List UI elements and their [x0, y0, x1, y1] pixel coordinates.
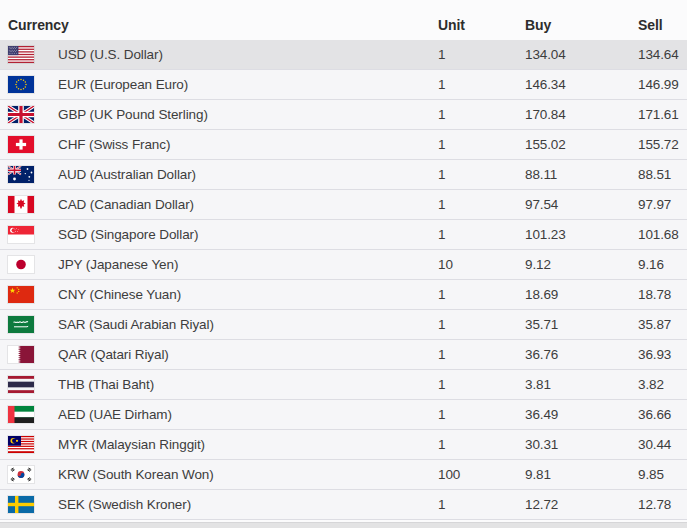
cad-flag-icon [8, 196, 34, 213]
table-row-thb[interactable]: THB (Thai Baht)13.813.82 [0, 370, 687, 400]
currency-cell: EUR (European Euro) [0, 76, 438, 93]
unit-value: 1 [438, 437, 525, 452]
qar-flag-icon [8, 346, 34, 363]
table-row-sar[interactable]: SAR (Saudi Arabian Riyal)135.7135.87 [0, 310, 687, 340]
jpy-flag-icon [8, 256, 34, 273]
buy-value: 36.76 [525, 347, 638, 362]
table-row-aud[interactable]: AUD (Australian Dollar)188.1188.51 [0, 160, 687, 190]
sell-value: 30.44 [638, 437, 687, 452]
currency-cell: KRW (South Korean Won) [0, 466, 438, 483]
thb-flag-icon [8, 376, 34, 393]
cny-flag-icon [8, 286, 34, 303]
sgd-flag-icon [8, 226, 34, 243]
currency-label: MYR (Malaysian Ringgit) [58, 437, 205, 452]
table-row-krw[interactable]: KRW (South Korean Won)1009.819.85 [0, 460, 687, 490]
sell-value: 35.87 [638, 317, 687, 332]
table-row-qar[interactable]: QAR (Qatari Riyal)136.7636.93 [0, 340, 687, 370]
bottom-strip [0, 522, 687, 528]
unit-value: 1 [438, 167, 525, 182]
currency-label: QAR (Qatari Riyal) [58, 347, 169, 362]
currency-label: SEK (Swedish Kroner) [58, 497, 191, 512]
unit-value: 1 [438, 47, 525, 62]
currency-label: CHF (Swiss Franc) [58, 137, 170, 152]
buy-value: 36.49 [525, 407, 638, 422]
table-row-chf[interactable]: CHF (Swiss Franc)1155.02155.72 [0, 130, 687, 160]
column-header-unit: Unit [438, 17, 525, 33]
buy-value: 18.69 [525, 287, 638, 302]
unit-value: 1 [438, 377, 525, 392]
currency-label: GBP (UK Pound Sterling) [58, 107, 208, 122]
currency-cell: CNY (Chinese Yuan) [0, 286, 438, 303]
unit-value: 10 [438, 257, 525, 272]
sell-value: 18.78 [638, 287, 687, 302]
table-row-aed[interactable]: AED (UAE Dirham)136.4936.66 [0, 400, 687, 430]
currency-label: CNY (Chinese Yuan) [58, 287, 181, 302]
currency-cell: USD (U.S. Dollar) [0, 46, 438, 63]
table-row-sgd[interactable]: SGD (Singapore Dollar)1101.23101.68 [0, 220, 687, 250]
buy-value: 155.02 [525, 137, 638, 152]
sek-flag-icon [8, 496, 34, 513]
table-row-usd[interactable]: USD (U.S. Dollar)1134.04134.64 [0, 40, 687, 70]
unit-value: 1 [438, 137, 525, 152]
sell-value: 9.16 [638, 257, 687, 272]
table-row-cad[interactable]: CAD (Canadian Dollar)197.5497.97 [0, 190, 687, 220]
currency-cell: SEK (Swedish Kroner) [0, 496, 438, 513]
sell-value: 134.64 [638, 47, 687, 62]
sell-value: 101.68 [638, 227, 687, 242]
sell-value: 155.72 [638, 137, 687, 152]
krw-flag-icon [8, 466, 34, 483]
table-row-jpy[interactable]: JPY (Japanese Yen)109.129.16 [0, 250, 687, 280]
unit-value: 1 [438, 77, 525, 92]
currency-cell: QAR (Qatari Riyal) [0, 346, 438, 363]
table-row-gbp[interactable]: GBP (UK Pound Sterling)1170.84171.61 [0, 100, 687, 130]
currency-label: CAD (Canadian Dollar) [58, 197, 194, 212]
unit-value: 1 [438, 347, 525, 362]
buy-value: 134.04 [525, 47, 638, 62]
currency-cell: THB (Thai Baht) [0, 376, 438, 393]
usd-flag-icon [8, 46, 34, 63]
sell-value: 9.85 [638, 467, 687, 482]
table-row-cny[interactable]: CNY (Chinese Yuan)118.6918.78 [0, 280, 687, 310]
unit-value: 1 [438, 317, 525, 332]
currency-label: USD (U.S. Dollar) [58, 47, 163, 62]
column-header-currency: Currency [0, 17, 438, 33]
buy-value: 12.72 [525, 497, 638, 512]
sell-value: 171.61 [638, 107, 687, 122]
currency-cell: MYR (Malaysian Ringgit) [0, 436, 438, 453]
sell-value: 36.66 [638, 407, 687, 422]
currency-cell: SAR (Saudi Arabian Riyal) [0, 316, 438, 333]
unit-value: 1 [438, 287, 525, 302]
currency-label: THB (Thai Baht) [58, 377, 154, 392]
buy-value: 170.84 [525, 107, 638, 122]
currency-cell: AED (UAE Dirham) [0, 406, 438, 423]
buy-value: 9.12 [525, 257, 638, 272]
gbp-flag-icon [8, 106, 34, 123]
currency-cell: JPY (Japanese Yen) [0, 256, 438, 273]
myr-flag-icon [8, 436, 34, 453]
unit-value: 1 [438, 227, 525, 242]
buy-value: 35.71 [525, 317, 638, 332]
currency-cell: CAD (Canadian Dollar) [0, 196, 438, 213]
sar-flag-icon [8, 316, 34, 333]
sell-value: 36.93 [638, 347, 687, 362]
table-row-eur[interactable]: EUR (European Euro)1146.34146.99 [0, 70, 687, 100]
table-row-myr[interactable]: MYR (Malaysian Ringgit)130.3130.44 [0, 430, 687, 460]
currency-label: SGD (Singapore Dollar) [58, 227, 198, 242]
sell-value: 3.82 [638, 377, 687, 392]
unit-value: 100 [438, 467, 525, 482]
chf-flag-icon [8, 136, 34, 153]
sell-value: 12.78 [638, 497, 687, 512]
sell-value: 97.97 [638, 197, 687, 212]
buy-value: 101.23 [525, 227, 638, 242]
currency-label: KRW (South Korean Won) [58, 467, 214, 482]
unit-value: 1 [438, 107, 525, 122]
unit-value: 1 [438, 497, 525, 512]
buy-value: 3.81 [525, 377, 638, 392]
rate-rows: USD (U.S. Dollar)1134.04134.64EUR (Europ… [0, 40, 687, 520]
buy-value: 30.31 [525, 437, 638, 452]
currency-label: AUD (Australian Dollar) [58, 167, 196, 182]
column-header-buy: Buy [525, 17, 638, 33]
currency-cell: AUD (Australian Dollar) [0, 166, 438, 183]
table-row-sek[interactable]: SEK (Swedish Kroner)112.7212.78 [0, 490, 687, 520]
column-header-sell: Sell [638, 17, 687, 33]
